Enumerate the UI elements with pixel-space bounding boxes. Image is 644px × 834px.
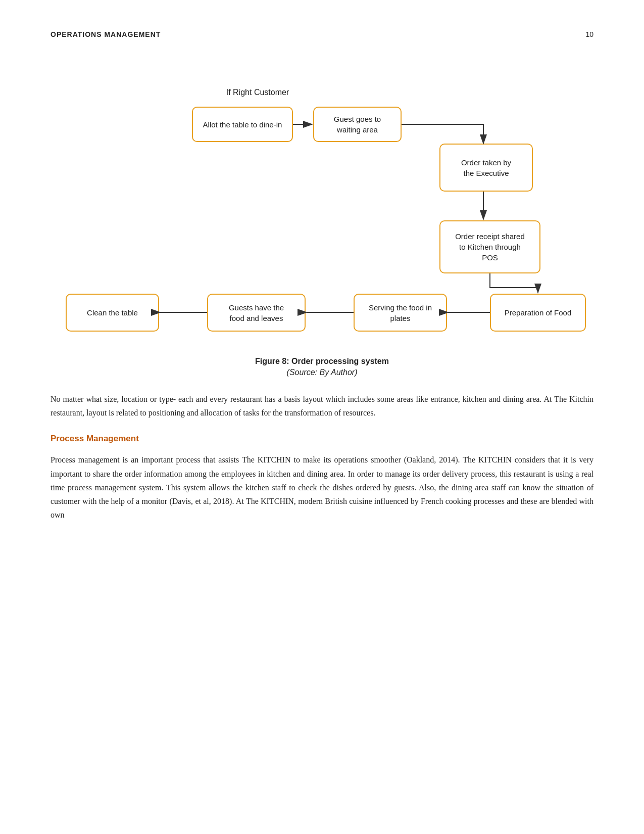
- figure-caption: Figure 8: Order processing system (Sourc…: [51, 357, 593, 377]
- box-guests-leave: Guests have thefood and leaves: [207, 294, 306, 332]
- box-order-taken: Order taken bythe Executive: [439, 144, 533, 192]
- box-serving: Serving the food inplates: [354, 294, 447, 332]
- figure-caption-title: Figure 8: Order processing system: [51, 357, 593, 366]
- flowchart-top-label: If Right Customer: [207, 88, 308, 97]
- figure-caption-source: (Source: By Author): [51, 368, 593, 377]
- box-order-receipt: Order receipt sharedto Kitchen throughPO…: [439, 220, 540, 273]
- box-allot: Allot the table to dine-in: [192, 107, 293, 142]
- box-guest-wait: Guest goes towaiting area: [313, 107, 402, 142]
- header: OPERATIONS MANAGEMENT 10: [51, 30, 593, 38]
- flowchart: If Right Customer Allot the table to din…: [51, 59, 593, 342]
- body-paragraph: No matter what size, location or type- e…: [51, 392, 593, 420]
- section-paragraph: Process management is an important proce…: [51, 453, 593, 522]
- box-prep-food: Preparation of Food: [490, 294, 586, 332]
- box-clean: Clean the table: [66, 294, 159, 332]
- header-left: OPERATIONS MANAGEMENT: [51, 30, 161, 38]
- header-right: 10: [585, 30, 593, 38]
- section-heading: Process Management: [51, 434, 593, 444]
- page: OPERATIONS MANAGEMENT 10 If Right Custom…: [0, 0, 644, 834]
